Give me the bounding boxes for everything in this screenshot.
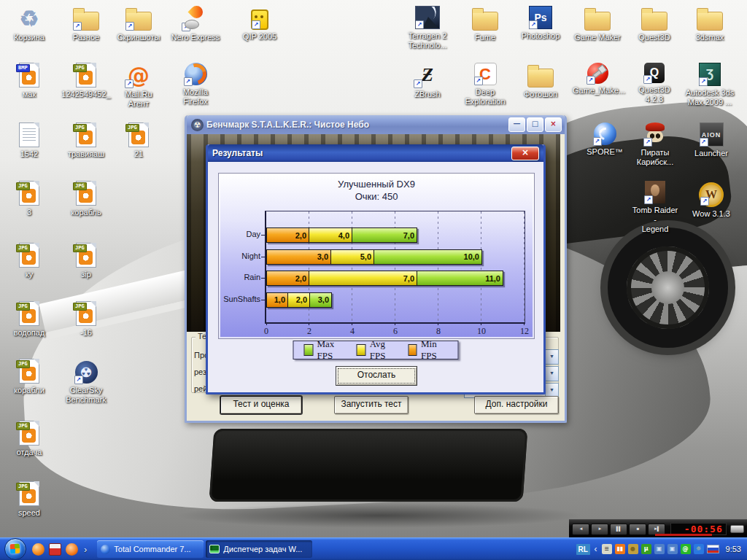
desktop-icon[interactable]: JPG-16 [61,301,111,338]
folder-icon: ↗ [125,12,152,31]
desktop-icon[interactable]: ↗SPORE™ [580,122,630,157]
photoshop-icon: Ps↗ [529,6,552,29]
desktop-icon[interactable]: ↗Скриншоты [114,6,163,42]
winamp-tray-icon[interactable]: ▮▮ [615,544,625,554]
desktop-icon-label: травияаш [61,149,111,159]
desktop-icon[interactable]: JPG1242549452_ [61,63,111,99]
spore-icon: ↗ [594,122,616,145]
test-and-score-button[interactable]: Тест и оценка [220,396,302,414]
desktop-icon[interactable]: 1542 [4,122,54,159]
desktop-icon[interactable]: AION↗Launcher [686,122,736,158]
minimize-button[interactable]: — [508,117,525,132]
desktop-icon[interactable]: Q↗Quest3D 4.2.3 [630,63,679,104]
language-indicator[interactable]: RL [576,544,590,555]
desktop-icon[interactable]: C↗Deep Exploration [460,63,510,106]
player-progress-bar[interactable] [655,534,712,536]
desktop-icon[interactable]: ↗Nero Express [171,6,220,42]
desktop-icon[interactable]: Fume [460,6,510,42]
max-fps-legend-swatch [304,344,314,356]
desktop-icon[interactable]: JPGотдача [4,421,54,457]
jpg-icon: JPG [19,301,39,326]
desktop-icon[interactable]: JPGкорабль [61,181,111,217]
volume-slider[interactable] [730,525,744,533]
desktop-icon[interactable]: 3dsmax [685,6,735,42]
desktop-icon[interactable]: JPGspeed [4,481,54,518]
gold-tray-icon[interactable]: ● [628,544,638,554]
jpg-icon: JPG [76,181,96,206]
quest3dapp-icon: Q↗ [644,63,665,83]
desktop-icon[interactable]: Quest3D [630,6,679,42]
qip-tray-icon[interactable]: ☼ [694,544,704,554]
legend-item: Max FPS [304,338,345,362]
chevron-down-icon[interactable]: ▼ [545,367,558,381]
file-type-badge: JPG [73,64,87,72]
send-results-button[interactable]: Отослать [336,366,417,386]
close-button[interactable]: × [545,117,562,132]
utorrent-tray-icon[interactable]: µ [641,544,651,554]
desktop-icon[interactable]: ↗QIP 2005 [235,6,285,42]
network-tray-icon-2[interactable]: ▣ [667,544,678,554]
desktop-icon[interactable]: JPGзip [61,243,111,279]
prev-button[interactable]: ◄ [572,524,589,535]
save-quicklaunch[interactable] [49,543,61,556]
desktop-icon[interactable]: ↗Пираты Карибск... [630,122,680,167]
nero-icon: ↗ [182,6,209,31]
start-button[interactable] [4,538,26,560]
play-button[interactable]: ► [591,524,608,535]
avg-fps-bar-segment: 4,0 [309,228,352,243]
desktop-icon[interactable]: ♻Корзина [4,6,54,42]
bar-row: 3,05,010,0 [266,249,482,265]
file-type-badge: JPG [16,422,30,430]
desktop-icon[interactable]: Ʒ↗Autodesk 3ds Max 2009 ... [685,63,735,107]
russia-flag-icon[interactable] [707,545,719,553]
gridline [524,211,525,322]
run-test-button[interactable]: Запустить тест [334,396,409,414]
desktop-icon-label: Nero Express [171,33,220,42]
desktop-icon[interactable]: ☢↗ClearSky Benchmark [61,361,111,405]
desktop-icon[interactable]: ↗Mozilla Firefox [171,63,220,106]
desktop-icon[interactable]: Фотошоп [516,63,565,99]
taskbar-clock[interactable]: 9:53 [726,545,741,553]
desktop-icon[interactable]: JPGтравияаш [61,122,111,159]
shortcut-arrow-icon: ↗ [593,137,602,146]
advanced-settings-button[interactable]: Доп. настройки [474,396,559,414]
desktop-icon[interactable]: ↗Game_Make... [573,63,622,96]
desktop-icon[interactable]: ↗Разное [61,6,111,42]
maximize-button[interactable]: □ [527,117,543,132]
desktop-icon[interactable]: ↗Terragen 2 Technolo... [403,6,452,50]
taskbar-task-button[interactable]: Диспетчер задач W... [206,540,312,558]
qip-icon: ↗ [251,9,268,30]
results-dialog-titlebar[interactable]: Результаты × [208,144,543,162]
desktop-icon[interactable]: JPG21 [114,122,163,159]
pirates-icon: ↗ [644,122,666,146]
close-button[interactable]: × [511,147,539,160]
mailru-agent-tray-icon[interactable]: @ [681,544,691,554]
taskbar-task-button[interactable]: Total Commander 7... [97,540,204,558]
tray-collapse-icon[interactable]: ‹ [595,544,597,554]
quick-launch-chevron-icon[interactable]: › [84,544,87,555]
notes-tray-icon[interactable]: ≡ [602,544,612,554]
image-thumb [79,309,93,323]
firefox-quicklaunch[interactable] [32,543,44,556]
network-tray-icon-1[interactable]: ▣ [654,544,665,554]
desktop-icon[interactable]: W↗Wow 3.1.3 [686,182,736,219]
desktop-icon[interactable]: BMPмак [4,63,54,99]
desktop-icon-label: speed [4,508,54,518]
benchmark-window-titlebar[interactable]: ☢ Бенчмарк S.T.A.L.K.E.R.: Чистое Небо —… [187,115,565,134]
desktop-icon[interactable]: JPGводопад [4,301,54,338]
chevron-down-icon[interactable]: ▼ [545,350,558,364]
pause-button[interactable]: ▌▌ [610,524,627,535]
desktop-icon[interactable]: Game Maker [573,6,622,42]
desktop-icon[interactable]: ↗Tomb Raider - Legend [630,181,680,234]
desktop-icon[interactable]: JPGкорабли [4,359,54,395]
avira-quicklaunch[interactable] [66,543,78,556]
desktop-icon[interactable]: JPGку [4,243,54,279]
category-tick [261,257,265,257]
desktop-icon[interactable]: Ƶ↗ZBrush [403,63,452,99]
desktop-icon[interactable]: @↗Mail.Ru Агент [114,63,163,109]
shortcut-arrow-icon: ↗ [643,75,652,84]
stop-button[interactable]: ■ [629,524,646,535]
desktop-icon[interactable]: Ps↗Photoshop [516,6,565,41]
task-label: Total Commander 7... [114,545,190,553]
desktop-icon[interactable]: JPG3 [4,181,54,217]
